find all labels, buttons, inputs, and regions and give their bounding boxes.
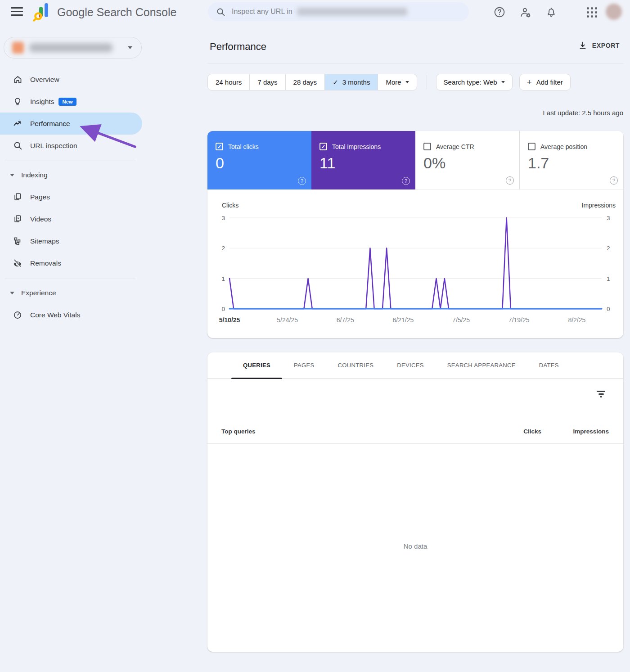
- filter-bar: 24 hours 7 days 28 days ✓ 3 months More …: [207, 74, 571, 90]
- svg-text:1: 1: [221, 275, 225, 282]
- sidebar-item-overview[interactable]: Overview: [0, 68, 198, 90]
- range-more[interactable]: More: [378, 74, 416, 90]
- sidebar-item-label: Overview: [30, 76, 59, 84]
- svg-text:2: 2: [221, 245, 225, 252]
- sidebar-item-label: Videos: [30, 215, 51, 223]
- svg-text:2: 2: [607, 245, 610, 252]
- metric-average-position[interactable]: Average position 1.7 ?: [519, 131, 623, 189]
- svg-text:0: 0: [607, 306, 610, 312]
- search-placeholder: Inspect any URL in: [232, 8, 292, 16]
- tab-dates[interactable]: DATES: [527, 352, 571, 379]
- notifications-bell-icon[interactable]: [544, 5, 558, 19]
- trend-icon: [13, 119, 22, 128]
- hamburger-menu-icon[interactable]: [11, 7, 23, 17]
- new-badge: New: [58, 98, 76, 106]
- sidebar-item-label: Insights: [30, 98, 54, 106]
- checkbox-unchecked-icon[interactable]: [528, 143, 536, 150]
- tab-queries[interactable]: QUERIES: [231, 352, 282, 379]
- user-settings-icon[interactable]: [518, 5, 532, 19]
- plus-icon: +: [527, 77, 532, 87]
- top-app-bar: Google Search Console Inspect any URL in: [0, 0, 630, 25]
- svg-text:3: 3: [221, 215, 225, 221]
- range-3-months[interactable]: ✓ 3 months: [325, 74, 378, 90]
- svg-text:1: 1: [607, 275, 610, 282]
- sidebar-item-performance[interactable]: Performance: [0, 113, 142, 135]
- url-inspect-search-bar[interactable]: Inspect any URL in: [208, 2, 469, 21]
- column-clicks[interactable]: Clicks: [523, 428, 541, 435]
- svg-text:6/21/25: 6/21/25: [393, 316, 414, 324]
- range-28-days[interactable]: 28 days: [286, 74, 325, 90]
- download-icon: [578, 41, 588, 50]
- help-icon[interactable]: ?: [610, 176, 618, 185]
- metric-value: 11: [320, 154, 415, 172]
- property-selector[interactable]: [4, 37, 142, 59]
- sidebar-item-core-web-vitals[interactable]: Core Web Vitals: [0, 304, 198, 326]
- tab-countries[interactable]: COUNTRIES: [326, 352, 386, 379]
- sidebar-item-label: Removals: [30, 259, 61, 267]
- metric-total-impressions[interactable]: ✓ Total impressions 11 ?: [311, 131, 415, 189]
- blurred-property-domain: [297, 8, 407, 16]
- metric-value: 1.7: [528, 154, 623, 172]
- sidebar-section-indexing[interactable]: Indexing: [0, 164, 198, 186]
- apps-grid-icon[interactable]: [585, 5, 598, 19]
- svg-text:0: 0: [221, 306, 225, 312]
- metric-value: 0%: [423, 154, 519, 172]
- svg-text:5/10/25: 5/10/25: [219, 316, 240, 324]
- eye-off-icon: [13, 259, 22, 268]
- blurred-property-favicon: [12, 42, 24, 54]
- metric-total-clicks[interactable]: ✓ Total clicks 0 ?: [207, 131, 311, 189]
- sidebar-item-videos[interactable]: Videos: [0, 208, 198, 230]
- chevron-down-icon: [501, 81, 505, 83]
- column-impressions[interactable]: Impressions: [573, 428, 609, 435]
- section-label: Experience: [21, 289, 56, 297]
- divider: [207, 443, 623, 444]
- table-header-row: Top queries Clicks Impressions: [207, 424, 623, 443]
- search-type-button[interactable]: Search type: Web: [436, 74, 513, 90]
- metric-label: Total clicks: [228, 143, 259, 150]
- sidebar-section-experience[interactable]: Experience: [0, 282, 198, 304]
- sidebar-item-label: Sitemaps: [30, 237, 59, 245]
- chevron-down-icon: [128, 46, 132, 49]
- sidebar-item-insights[interactable]: Insights New: [0, 90, 198, 113]
- range-24-hours[interactable]: 24 hours: [208, 74, 250, 90]
- help-icon[interactable]: ?: [402, 177, 410, 185]
- tab-devices[interactable]: DEVICES: [385, 352, 436, 379]
- range-7-days[interactable]: 7 days: [250, 74, 285, 90]
- blurred-property-name: [29, 43, 112, 52]
- export-button[interactable]: EXPORT: [578, 41, 620, 50]
- metric-label: Average position: [540, 143, 587, 150]
- sidebar-item-label: Core Web Vitals: [30, 311, 80, 319]
- home-icon: [13, 75, 22, 84]
- tab-pages[interactable]: PAGES: [282, 352, 326, 379]
- app-logo[interactable]: Google Search Console: [33, 3, 176, 22]
- metric-average-ctr[interactable]: Average CTR 0% ?: [415, 131, 519, 189]
- pages-icon: [13, 192, 22, 202]
- tab-search-appearance[interactable]: SEARCH APPEARANCE: [436, 352, 527, 379]
- sidebar-item-sitemaps[interactable]: Sitemaps: [0, 230, 198, 252]
- sidebar-item-pages[interactable]: Pages: [0, 186, 198, 208]
- sidebar-item-url-inspection[interactable]: URL inspection: [0, 135, 198, 157]
- magnifier-icon: [13, 141, 22, 150]
- sidebar-divider: [4, 161, 135, 161]
- checkbox-checked-icon[interactable]: ✓: [216, 143, 223, 150]
- avatar[interactable]: [606, 4, 622, 20]
- performance-chart-card: ✓ Total clicks 0 ? ✓ Total impressions 1…: [207, 131, 623, 338]
- add-filter-button[interactable]: + Add filter: [519, 74, 571, 90]
- sidebar-item-label: URL inspection: [30, 142, 77, 150]
- empty-state-text: No data: [207, 542, 623, 550]
- checkbox-unchecked-icon[interactable]: [423, 143, 431, 150]
- help-icon[interactable]: ?: [506, 176, 514, 185]
- product-name: Google Search Console: [57, 6, 176, 19]
- checkbox-checked-icon[interactable]: ✓: [320, 143, 327, 150]
- help-icon[interactable]: ?: [298, 177, 306, 185]
- table-filter-icon[interactable]: [597, 391, 605, 399]
- svg-text:5/24/25: 5/24/25: [277, 316, 298, 324]
- performance-line-chart: 001122335/10/255/24/256/7/256/21/257/5/2…: [207, 189, 623, 338]
- svg-text:6/7/25: 6/7/25: [337, 316, 354, 324]
- section-label: Indexing: [21, 171, 48, 179]
- svg-text:7/5/25: 7/5/25: [452, 316, 470, 324]
- lightbulb-icon: [13, 97, 22, 107]
- help-icon[interactable]: [493, 5, 506, 19]
- chevron-down-icon: [405, 81, 409, 83]
- sidebar-item-removals[interactable]: Removals: [0, 252, 198, 274]
